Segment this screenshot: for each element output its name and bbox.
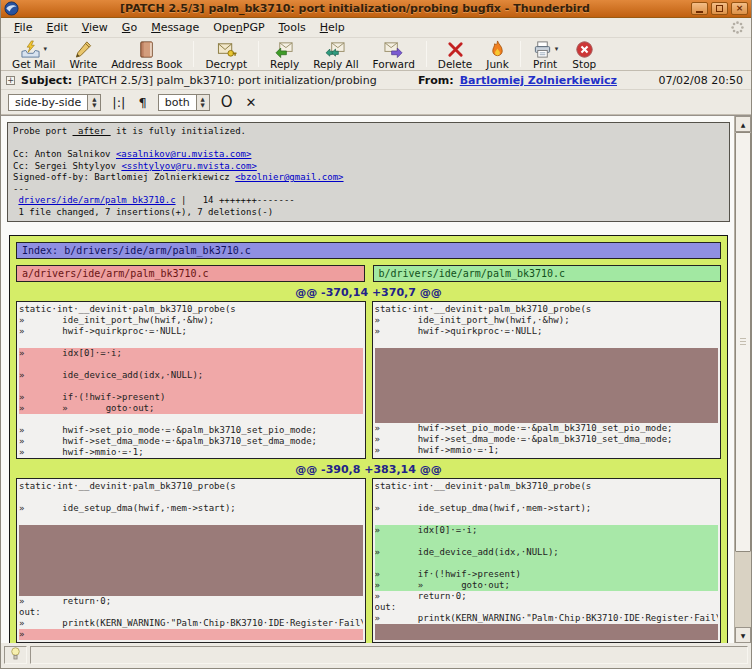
scrollbar-track[interactable] xyxy=(735,552,751,627)
reply-all-icon xyxy=(325,40,346,59)
menu-help[interactable]: Help xyxy=(313,19,352,36)
code-line xyxy=(19,359,363,370)
code-line: out: xyxy=(19,607,363,618)
address-book-icon xyxy=(136,40,157,59)
decrypt-button[interactable]: Decrypt xyxy=(198,39,254,70)
diff-layout-value: side-by-side xyxy=(8,94,88,111)
menu-edit[interactable]: Edit xyxy=(39,19,74,36)
menu-message[interactable]: Message xyxy=(144,19,206,36)
spinner-icon[interactable]: ▲▼ xyxy=(88,94,101,111)
text-segment: 1 file changed, 7 insertions(+), 7 delet… xyxy=(13,207,273,217)
diff-layout-select[interactable]: side-by-side ▲▼ xyxy=(8,94,101,111)
dropdown-caret-icon: ▾ xyxy=(43,45,47,53)
expand-headers-button[interactable]: + xyxy=(6,76,15,85)
maximize-button[interactable] xyxy=(711,2,728,15)
toolbar-button-label: Junk xyxy=(486,58,509,70)
diff-container: Index: b/drivers/ide/arm/palm_bk3710.c a… xyxy=(9,235,728,643)
from-label: From: xyxy=(418,74,454,87)
toolbar-separator xyxy=(520,41,521,67)
subject-value: [PATCH 2.5/3] palm_bk3710: port initiali… xyxy=(78,74,377,87)
diff-panel-left: static·int·__devinit·palm_bk3710_probe(s… xyxy=(16,478,366,643)
code-line: » hwif->set_pio_mode·=·&palm_bk3710_set_… xyxy=(19,425,363,436)
code-line: » ide_init_port_hw(hwif,·&hw); xyxy=(375,315,719,326)
paragraph-marks-button[interactable]: ¶ xyxy=(136,96,148,109)
diff-context-select[interactable]: both ▲▼ xyxy=(158,94,210,111)
menu-file[interactable]: File xyxy=(7,19,39,36)
minimize-button[interactable] xyxy=(691,2,708,15)
code-line: » hwif->quirkproc·=·NULL; xyxy=(375,326,719,337)
hyperlink[interactable]: <asalnikov@ru.mvista.com> xyxy=(116,149,251,159)
from-sender-link[interactable]: Bartlomiej Zolnierkiewicz xyxy=(460,74,617,87)
get-mail-icon xyxy=(20,40,41,59)
menu-openpgp[interactable]: OpenPGP xyxy=(206,19,271,36)
menu-view[interactable]: View xyxy=(75,19,115,36)
removed-lines-filler xyxy=(375,348,719,423)
hyperlink[interactable]: <sshtylyov@ru.mvista.com> xyxy=(121,161,256,171)
code-line: » ide_setup_dma(hwif,·mem->start); xyxy=(19,503,363,514)
toolbar-button-label: Address Book xyxy=(111,58,182,70)
code-line: » return·0; xyxy=(375,591,719,602)
code-line xyxy=(375,536,719,547)
print-button[interactable]: ▾Print xyxy=(525,39,566,70)
code-line xyxy=(19,337,363,348)
code-line xyxy=(19,414,363,425)
hunk-header: @@ -370,14 +370,7 @@ xyxy=(16,282,721,301)
write-button[interactable]: Write xyxy=(62,39,104,70)
text-segment: | 14 +++++++------- xyxy=(176,195,295,205)
delete-icon xyxy=(445,40,466,59)
code-line: » » goto·out; xyxy=(19,403,363,414)
toolbar-button-label: Reply xyxy=(270,58,299,70)
status-bar xyxy=(1,643,751,668)
code-line xyxy=(375,337,719,348)
address-book-button[interactable]: Address Book xyxy=(104,39,189,70)
hyperlink[interactable]: drivers/ide/arm/palm_bk3710.c xyxy=(18,195,175,205)
toolbar-button-label: Get Mail xyxy=(12,58,55,70)
title-bar[interactable]: [PATCH 2.5/3] palm_bk3710: port initiali… xyxy=(1,0,751,18)
menu-go[interactable]: Go xyxy=(115,19,144,36)
stop-button[interactable]: Stop xyxy=(565,39,603,70)
text-segment: Signed-off-by: Bartlomiej Zolnierkiewicz xyxy=(13,172,235,182)
diff-view-toolbar: side-by-side ▲▼ |:| ¶ both ▲▼ O ✕ xyxy=(1,90,751,115)
message-header-bar: + Subject: [PATCH 2.5/3] palm_bk3710: po… xyxy=(1,71,751,90)
reply-button[interactable]: Reply xyxy=(263,39,306,70)
code-line xyxy=(19,381,363,392)
menu-tools[interactable]: Tools xyxy=(272,19,313,36)
toolbar-button-label: Decrypt xyxy=(205,58,247,70)
code-line xyxy=(19,492,363,503)
junk-button[interactable]: Junk xyxy=(479,39,516,70)
message-pane[interactable]: Probe port _after_ it is fully initializ… xyxy=(1,116,734,643)
get-mail-button[interactable]: ▾Get Mail xyxy=(5,39,62,70)
message-display-area: Probe port _after_ it is fully initializ… xyxy=(1,115,751,643)
scroll-up-icon[interactable]: ▲ xyxy=(735,116,751,132)
close-diff-button[interactable]: ✕ xyxy=(244,96,259,109)
close-button[interactable]: × xyxy=(731,2,748,15)
code-line: » hwif->quirkproc·=·NULL; xyxy=(19,326,363,337)
commit-message-line: drivers/ide/arm/palm_bk3710.c | 14 +++++… xyxy=(13,195,724,207)
diff-index-bar: Index: b/drivers/ide/arm/palm_bk3710.c xyxy=(16,242,721,259)
lightbulb-icon xyxy=(10,646,21,664)
code-line xyxy=(375,558,719,569)
code-line: » printk(KERN_WARNING·"Palm·Chip·BK3710·… xyxy=(375,613,719,624)
code-line: » hwif->set_pio_mode·=·&palm_bk3710_set_… xyxy=(375,423,719,434)
toolbar-button-label: Delete xyxy=(438,58,473,70)
reload-diff-button[interactable]: O xyxy=(219,96,235,109)
forward-button[interactable]: Forward xyxy=(366,39,422,70)
spinner-icon[interactable]: ▲▼ xyxy=(197,94,210,111)
diff-panels-row: static·int·__devinit·palm_bk3710_probe(s… xyxy=(16,478,721,643)
text-segment: Cc: Anton Salnikov xyxy=(13,149,116,159)
vertical-scrollbar[interactable]: ▲ ▼ xyxy=(734,116,751,643)
file-a-header: a/drivers/ide/arm/palm_bk3710.c xyxy=(16,265,365,282)
window-controls: × xyxy=(691,2,748,15)
reply-all-button[interactable]: Reply All xyxy=(306,39,365,70)
scrollbar-thumb[interactable] xyxy=(735,132,751,552)
whitespace-toggle-button[interactable]: |:| xyxy=(110,96,127,109)
code-line xyxy=(19,514,363,525)
activity-throbber-icon xyxy=(730,20,745,35)
scroll-down-icon[interactable]: ▼ xyxy=(735,627,751,643)
hyperlink[interactable]: <bzolnier@gmail.com> xyxy=(235,172,343,182)
commit-message-line: 1 file changed, 7 insertions(+), 7 delet… xyxy=(13,207,724,219)
diff-file-headers: a/drivers/ide/arm/palm_bk3710.c b/driver… xyxy=(16,265,721,282)
delete-button[interactable]: Delete xyxy=(431,39,480,70)
message-date: 07/02/08 20:50 xyxy=(658,74,743,87)
text-segment: --- xyxy=(13,184,29,194)
